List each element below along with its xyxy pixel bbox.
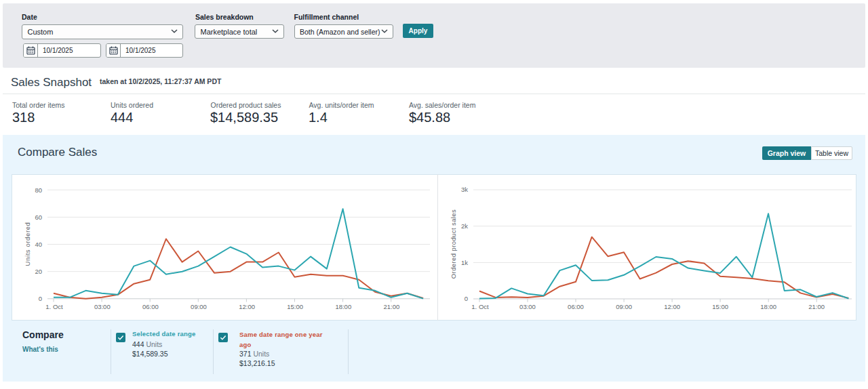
svg-text:15:00: 15:00	[712, 303, 728, 310]
svg-text:Ordered product sales: Ordered product sales	[450, 209, 457, 279]
svg-text:80: 80	[35, 186, 42, 194]
svg-text:Units ordered: Units ordered	[24, 222, 31, 266]
svg-text:06:00: 06:00	[142, 303, 159, 310]
svg-text:1. Oct: 1. Oct	[45, 303, 63, 310]
svg-text:0: 0	[39, 295, 42, 302]
svg-text:15:00: 15:00	[287, 303, 303, 310]
svg-text:2k: 2k	[461, 222, 468, 230]
svg-text:40: 40	[35, 241, 42, 248]
svg-text:03:00: 03:00	[519, 303, 536, 310]
svg-text:12:00: 12:00	[664, 303, 680, 310]
svg-text:21:00: 21:00	[808, 303, 825, 310]
svg-text:21:00: 21:00	[384, 303, 400, 310]
svg-text:18:00: 18:00	[760, 303, 776, 310]
svg-text:1. Oct: 1. Oct	[471, 303, 489, 310]
svg-text:09:00: 09:00	[616, 303, 632, 310]
svg-text:0: 0	[465, 295, 468, 302]
svg-text:09:00: 09:00	[191, 303, 207, 310]
svg-text:20: 20	[35, 268, 42, 275]
svg-text:12:00: 12:00	[239, 303, 255, 310]
svg-text:3k: 3k	[461, 186, 468, 193]
svg-text:1k: 1k	[461, 259, 468, 266]
svg-text:06:00: 06:00	[568, 303, 584, 310]
svg-text:60: 60	[35, 213, 42, 221]
svg-text:18:00: 18:00	[335, 303, 351, 310]
svg-text:03:00: 03:00	[94, 303, 111, 310]
